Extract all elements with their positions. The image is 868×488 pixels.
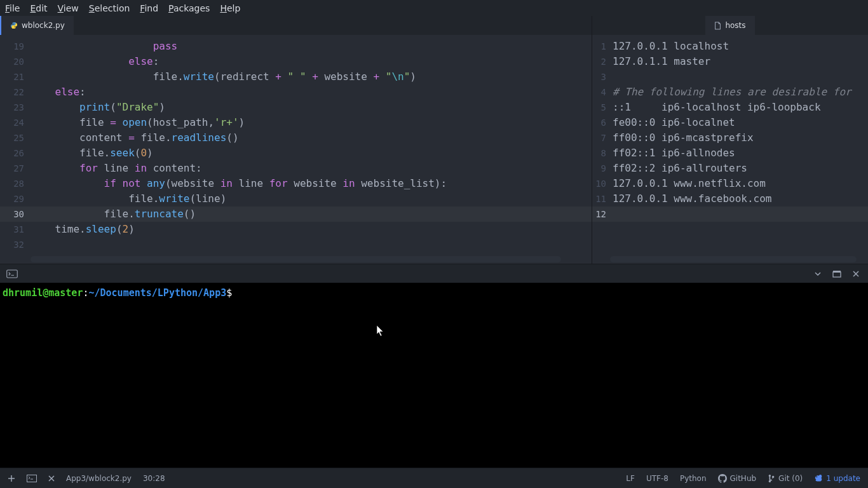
menu-file[interactable]: File <box>5 3 20 13</box>
python-file-icon <box>10 22 18 29</box>
terminal-tab-icon[interactable] <box>5 267 19 281</box>
sb-cursor-pos[interactable]: 30:28 <box>143 474 165 483</box>
svg-rect-0 <box>7 270 18 278</box>
terminal-path: ~/Documents/LPython/App3 <box>88 287 226 299</box>
pane-left: wblock2.py 1920212223242526272829303132 … <box>0 16 592 264</box>
editor-right[interactable]: 123456789101112 127.0.0.1 localhost127.0… <box>592 35 868 256</box>
sb-line-ending[interactable]: LF <box>626 474 635 483</box>
status-bar: App3/wblock2.py 30:28 LF UTF-8 Python Gi… <box>0 468 868 488</box>
menu-edit[interactable]: Edit <box>30 3 47 13</box>
terminal-user: dhrumil@master <box>3 287 83 299</box>
sb-git[interactable]: Git (0) <box>768 474 803 483</box>
svg-rect-2 <box>833 271 841 273</box>
git-branch-icon <box>768 474 775 483</box>
editor-left[interactable]: 1920212223242526272829303132 pass else: … <box>0 35 592 256</box>
terminal-maximize-icon[interactable] <box>830 267 844 281</box>
gutter-left: 1920212223242526272829303132 <box>0 35 31 256</box>
terminal-toolbar <box>0 264 868 283</box>
tab-label: hosts <box>725 21 745 30</box>
sb-github[interactable]: GitHub <box>718 474 757 483</box>
menu-view[interactable]: View <box>58 3 79 13</box>
sb-updates[interactable]: 1 update <box>814 474 860 483</box>
tabbar-left: wblock2.py <box>0 16 592 35</box>
svg-rect-1 <box>833 272 841 277</box>
editor-panes: wblock2.py 1920212223242526272829303132 … <box>0 16 868 264</box>
gutter-right: 123456789101112 <box>592 35 613 256</box>
menu-find[interactable]: Find <box>140 3 158 13</box>
hscrollbar-left[interactable] <box>31 256 561 262</box>
terminal[interactable]: dhrumil@master:~/Documents/LPython/App3$ <box>0 283 868 468</box>
tab-wblock2[interactable]: wblock2.py <box>0 16 74 35</box>
code-left[interactable]: pass else: file.write(redirect + " " + w… <box>31 35 592 256</box>
menu-selection[interactable]: Selection <box>89 3 130 13</box>
tab-label: wblock2.py <box>22 21 65 30</box>
tab-hosts[interactable]: hosts <box>705 16 754 35</box>
menu-help[interactable]: Help <box>220 3 240 13</box>
file-icon <box>714 22 721 30</box>
sb-filepath[interactable]: App3/wblock2.py <box>66 474 132 483</box>
sb-grammar[interactable]: Python <box>680 474 707 483</box>
squirrel-icon <box>814 474 823 483</box>
svg-rect-3 <box>27 475 37 482</box>
terminal-collapse-icon[interactable] <box>811 267 825 281</box>
pane-right: hosts 123456789101112 127.0.0.1 localhos… <box>592 16 868 264</box>
sb-encoding[interactable]: UTF-8 <box>646 474 668 483</box>
sb-new-terminal[interactable] <box>8 475 15 482</box>
hscrollbar-right[interactable] <box>610 256 857 262</box>
sb-close-icon[interactable] <box>48 475 55 482</box>
tabbar-right: hosts <box>592 16 868 35</box>
menu-packages[interactable]: Packages <box>168 3 210 13</box>
terminal-close-icon[interactable] <box>849 267 863 281</box>
sb-terminal-icon[interactable] <box>27 475 37 482</box>
code-right[interactable]: 127.0.0.1 localhost127.0.1.1 master # Th… <box>613 35 868 256</box>
github-icon <box>718 474 727 483</box>
menu-bar: File Edit View Selection Find Packages H… <box>0 0 868 16</box>
